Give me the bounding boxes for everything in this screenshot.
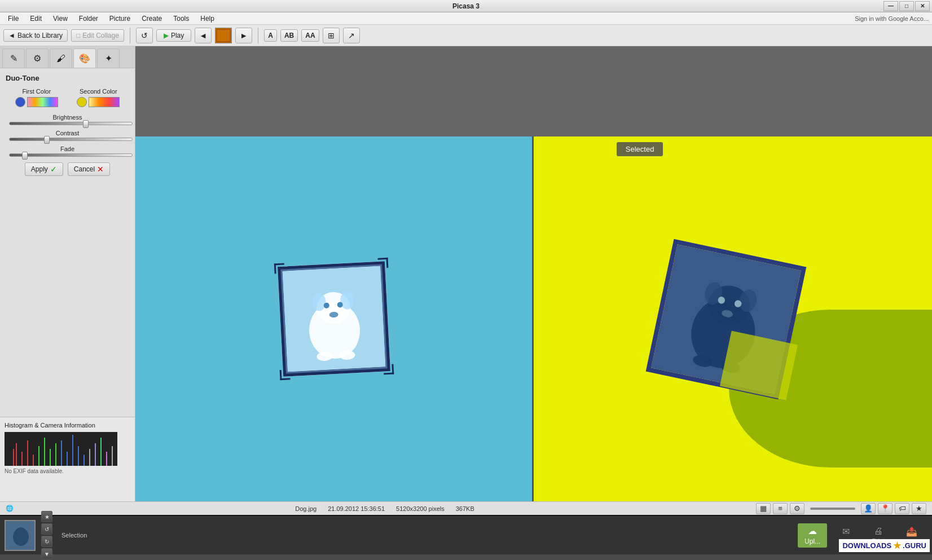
corner-tl [274, 263, 284, 274]
histogram-extra [5, 474, 130, 497]
contrast-thumb[interactable] [44, 136, 50, 144]
prev-button[interactable]: ◄ [195, 28, 212, 43]
window-title: Picasa 3 [452, 2, 480, 10]
upload-button[interactable]: ☁ Upl... [798, 523, 827, 548]
duo-tone-panel: Duo-Tone First Color Second Color [0, 68, 135, 417]
svg-point-26 [316, 351, 333, 361]
bottom-side-buttons: ★ ↺ ↻ ▼ [41, 511, 52, 559]
selected-label: Selected [626, 145, 654, 153]
svg-rect-11 [72, 435, 73, 466]
text-ab-button[interactable]: AB [280, 29, 298, 42]
status-icon-grid[interactable]: ▦ [756, 503, 771, 514]
svg-point-23 [323, 302, 329, 308]
fade-track[interactable] [9, 153, 133, 157]
histogram-section: Histogram & Camera Information [0, 417, 135, 501]
second-color-gradient[interactable] [89, 97, 120, 107]
menu-create[interactable]: Create [137, 14, 166, 24]
maximize-button[interactable]: □ [899, 1, 914, 11]
brightness-thumb[interactable] [83, 120, 89, 128]
status-icon-list[interactable]: ≡ [773, 503, 788, 514]
corner-bl [279, 369, 290, 380]
text-a-label: A [268, 32, 273, 39]
next-button[interactable]: ► [235, 28, 252, 43]
menu-tools[interactable]: Tools [169, 14, 194, 24]
sign-in-link[interactable]: Sign in with Google Acco... [855, 15, 929, 22]
second-color-circle[interactable] [77, 97, 87, 107]
fade-thumb[interactable] [22, 152, 28, 160]
dog-inner-left [282, 266, 385, 372]
star-button[interactable]: ★ [41, 511, 52, 522]
rotate-ccw-button[interactable]: ↺ [41, 523, 52, 535]
color-row: First Color Second Color [6, 88, 129, 107]
menu-folder[interactable]: Folder [74, 14, 103, 24]
first-color-swatch[interactable] [15, 97, 58, 107]
brightness-row: Brightness [6, 114, 129, 125]
refresh-button[interactable]: ↺ [136, 28, 153, 43]
brightness-track[interactable] [9, 122, 133, 125]
no-exif-label: No EXIF data available. [5, 468, 130, 474]
play-button[interactable]: ▶ Play [156, 29, 191, 42]
back-to-library-button[interactable]: ◄ Back to Library [3, 29, 68, 42]
first-color-circle[interactable] [15, 97, 25, 107]
menu-view[interactable]: View [49, 14, 72, 24]
status-right-icons: ▦ ≡ ⚙ 👤 📍 🏷 ★ [756, 503, 926, 514]
zoom-slider[interactable] [810, 508, 855, 510]
status-icon-tag[interactable]: 🏷 [895, 503, 909, 514]
text-aa-button[interactable]: AA [301, 29, 319, 42]
status-date: 21.09.2012 15:36:51 [328, 505, 385, 512]
cancel-button[interactable]: Cancel ✕ [68, 162, 110, 176]
menu-picture[interactable]: Picture [105, 14, 135, 24]
toolbar-separator-2 [258, 28, 258, 43]
fit-button[interactable]: ⊞ [323, 28, 340, 43]
tab-basic-fixes[interactable]: ✎ [2, 48, 25, 68]
svg-rect-14 [89, 449, 90, 466]
status-dimensions: 5120x3200 pixels [396, 505, 445, 512]
status-icon-settings[interactable]: ⚙ [790, 503, 804, 514]
second-color-swatch[interactable] [77, 97, 120, 107]
contrast-row: Contrast [6, 130, 129, 141]
second-color-label: Second Color [80, 88, 117, 95]
svg-rect-12 [78, 446, 79, 466]
film-thumbnail [215, 28, 232, 43]
title-bar: Picasa 3 — □ ✕ [0, 0, 932, 12]
status-icon-person[interactable]: 👤 [861, 503, 876, 514]
tab-effects[interactable]: 🖌 [50, 48, 72, 68]
close-button[interactable]: ✕ [915, 1, 930, 11]
text-ab-label: AB [284, 32, 294, 39]
share-button[interactable]: ↗ [343, 28, 360, 43]
svg-rect-6 [44, 438, 45, 466]
first-color-gradient[interactable] [27, 97, 58, 107]
main-content: ✎ ⚙ 🖌 🎨 ✦ Duo-Tone First Color [0, 46, 932, 501]
contrast-track[interactable] [9, 138, 133, 141]
menu-help[interactable]: Help [196, 14, 219, 24]
thumb-svg [6, 521, 36, 551]
corner-tr [377, 258, 388, 268]
image-area: Selected [135, 46, 932, 501]
dog-frame-left [278, 261, 390, 377]
svg-rect-13 [83, 455, 85, 466]
histogram-svg [5, 432, 117, 466]
histogram-title: Histogram & Camera Information [5, 422, 130, 429]
upload-label: Upl... [804, 537, 820, 545]
menu-edit[interactable]: Edit [25, 14, 46, 24]
status-icon-pin[interactable]: 📍 [878, 503, 893, 514]
tab-tuning[interactable]: ⚙ [26, 48, 49, 68]
first-color-label: First Color [22, 88, 51, 95]
edit-collage-label: Edit Collage [82, 32, 119, 39]
more-button[interactable]: ▼ [41, 548, 52, 559]
histogram-canvas [5, 432, 117, 466]
edit-collage-button[interactable]: □ Edit Collage [71, 29, 124, 42]
svg-rect-17 [106, 452, 107, 466]
svg-rect-8 [55, 443, 56, 466]
window-controls[interactable]: — □ ✕ [883, 1, 930, 11]
status-filename: Dog.jpg [295, 505, 316, 512]
text-a-button[interactable]: A [264, 29, 277, 42]
rotate-cw-button[interactable]: ↻ [41, 536, 52, 547]
filmstrip-thumbnail[interactable] [5, 520, 36, 551]
status-icon-star[interactable]: ★ [912, 503, 926, 514]
apply-button[interactable]: Apply ✓ [25, 162, 63, 176]
tab-more[interactable]: ✦ [97, 48, 120, 68]
tab-duotone[interactable]: 🎨 [73, 48, 96, 68]
minimize-button[interactable]: — [883, 1, 898, 11]
menu-file[interactable]: File [3, 14, 23, 24]
